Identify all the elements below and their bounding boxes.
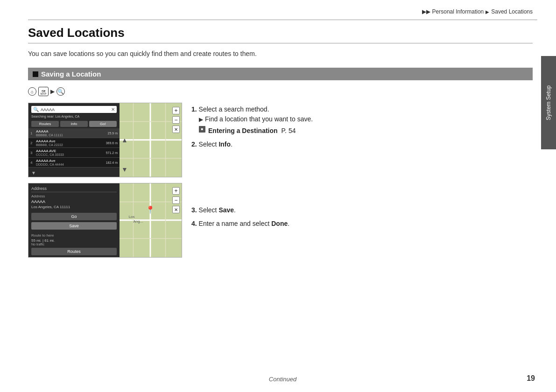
- step2-number: 2.: [191, 140, 197, 148]
- search-icon: 🔍: [56, 87, 65, 96]
- sidebar-tab-label: System Setup: [545, 85, 552, 120]
- intro-text: You can save locations so you can quickl…: [28, 50, 533, 57]
- system-setup-tab: System Setup: [541, 56, 556, 149]
- ss1-search-bar: 🔍 AAAAA ✕: [31, 106, 117, 113]
- step4-bold: Done: [271, 220, 288, 227]
- map2-zoom-in[interactable]: +: [172, 187, 180, 195]
- breadcrumb: ▶▶ Personal Information ▶ Saved Location…: [422, 8, 533, 15]
- icon-nav-row: ⌂ 🗺 MAP ▶ 🔍: [28, 87, 533, 96]
- screenshot-location-info: Address Address AAAAA Los Angeles, CA 11…: [28, 183, 182, 258]
- ss1-info-btn[interactable]: Info: [60, 121, 88, 127]
- step-3: 3. Select Save.: [191, 205, 533, 215]
- step4-end: .: [288, 220, 289, 227]
- breadcrumb-section2: Saved Locations: [491, 8, 533, 15]
- svg-text:Ang...: Ang...: [134, 219, 143, 224]
- content-layout: 🔍 AAAAA ✕ Searching near: Los Angeles, C…: [28, 103, 533, 258]
- map2-cross-icon: ✕: [172, 206, 180, 213]
- svg-text:Los: Los: [129, 215, 135, 219]
- ss1-left-panel: 🔍 AAAAA ✕ Searching near: Los Angeles, C…: [28, 103, 120, 177]
- ss2-city: Los Angeles, CA 11111: [31, 205, 117, 209]
- title-underline: [28, 43, 533, 43]
- step2-text: Select: [199, 140, 219, 148]
- step1-ref-icon: ■: [199, 126, 205, 133]
- ss2-address-label: Address: [31, 194, 117, 198]
- ss2-map-panel: Los Ang... 📍 + − ✕: [120, 183, 182, 257]
- ss2-route-info: 55 mi. | 61 mi.: [31, 238, 117, 243]
- nav-arrow: ▶: [50, 88, 55, 95]
- breadcrumb-arrows: ▶▶: [422, 8, 430, 15]
- ss1-action-buttons: Routes Info Go!: [28, 119, 120, 128]
- ss2-traffic: No traffic: [31, 243, 117, 246]
- ss1-results-list: 1 AAAAA BBBBB, CA 11111 25.9 m 2 AAAAA A…: [28, 128, 120, 169]
- map-zoom-in[interactable]: +: [172, 107, 180, 114]
- ss1-go-btn[interactable]: Go!: [89, 121, 117, 127]
- breadcrumb-section1: Personal Information: [432, 8, 484, 15]
- ss2-left-panel: Address Address AAAAA Los Angeles, CA 11…: [28, 183, 120, 257]
- ss1-routes-btn[interactable]: Routes: [31, 121, 59, 127]
- ss1-search-icon: 🔍: [33, 107, 39, 112]
- step4-text: Enter a name and select: [199, 220, 272, 227]
- step-4: 4. Enter a name and select Done.: [191, 219, 533, 229]
- step3-number: 3.: [191, 206, 197, 214]
- section-title: Saving a Location: [41, 70, 101, 78]
- ss1-subtitle: Searching near: Los Angeles, CA: [28, 115, 120, 119]
- home-icon: ⌂: [28, 87, 36, 96]
- ss2-go-btn[interactable]: Go: [31, 213, 117, 220]
- footer: Continued: [28, 376, 537, 383]
- step1-text: Select a search method.: [199, 105, 269, 113]
- step2-end: .: [231, 140, 232, 148]
- step1-subarrow: ▶: [199, 115, 203, 124]
- breadcrumb-arrow2: ▶: [486, 9, 489, 14]
- top-divider: [28, 20, 537, 20]
- step1-ref-page: P. 54: [282, 126, 296, 136]
- ss1-result-2[interactable]: 2 AAAAA Ave BBBBB, CA 22222 369.6 m: [28, 138, 120, 148]
- ss2-title: Address: [31, 186, 117, 192]
- step1-reference: ■ Entering a Destination P. 54: [199, 126, 533, 136]
- ss2-address-name: AAAAA: [31, 199, 117, 204]
- step3-bold: Save: [218, 206, 234, 214]
- step-2: 2. Select Info.: [191, 140, 533, 149]
- map-zoom-out[interactable]: −: [172, 116, 180, 124]
- map-cross-icon: ✕: [172, 126, 180, 133]
- ss1-map-panel: + − ✕ ▲ ▼: [120, 103, 182, 177]
- ss1-nav-arrows: ▼: [28, 169, 120, 177]
- map-icon: 🗺 MAP: [38, 87, 49, 96]
- map-pin: 📍: [146, 205, 155, 214]
- ss1-result-3[interactable]: 3 AAAAA AVE CCCCC, CA 33333 571.2 m: [28, 148, 120, 158]
- step2-bold: Info: [218, 140, 231, 148]
- ss2-save-btn[interactable]: Save: [31, 222, 117, 230]
- step4-number: 4.: [191, 220, 197, 227]
- ss1-result-1[interactable]: 1 AAAAA BBBBB, CA 11111 25.9 m: [28, 128, 120, 138]
- step1-subbullet: ▶ Find a location that you want to save.: [199, 114, 533, 124]
- step3-text: Select: [199, 206, 219, 214]
- main-content: Saved Locations You can save locations s…: [28, 26, 533, 373]
- screenshot-search: 🔍 AAAAA ✕ Searching near: Los Angeles, C…: [28, 103, 182, 177]
- step3-end: .: [234, 206, 236, 214]
- page-title: Saved Locations: [28, 26, 533, 40]
- step1-number: 1.: [191, 105, 197, 113]
- step-1: 1. Select a search method. ▶ Find a loca…: [191, 105, 533, 136]
- instructions-column: 1. Select a search method. ▶ Find a loca…: [191, 103, 533, 232]
- page-number: 19: [527, 374, 535, 383]
- ss1-clear-btn[interactable]: ✕: [111, 107, 115, 112]
- step1-ref-text: Entering a Destination: [208, 126, 278, 136]
- map2-zoom-out[interactable]: −: [172, 196, 180, 204]
- map-scroll-down: ▼: [121, 166, 128, 173]
- step1-subtext: Find a location that you want to save.: [205, 114, 313, 124]
- continued-text: Continued: [269, 376, 296, 383]
- ss1-result-4[interactable]: 4 AAAAA Ave DDDDD, CA 44444 182.4 m: [28, 158, 120, 168]
- section-header: Saving a Location: [28, 68, 533, 80]
- screenshots-column: 🔍 AAAAA ✕ Searching near: Los Angeles, C…: [28, 103, 182, 258]
- ss1-search-text: AAAAA: [41, 107, 109, 112]
- section-icon: [33, 71, 38, 77]
- map-scroll-up: ▲: [121, 136, 128, 144]
- ss2-route-section: Route to here: [31, 233, 117, 238]
- ss2-routes-btn[interactable]: Routes: [31, 248, 117, 255]
